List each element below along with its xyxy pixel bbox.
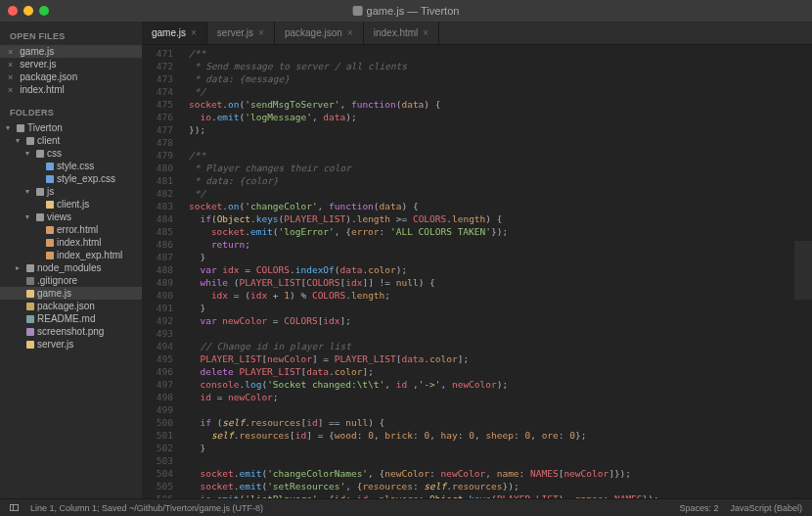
tree-item-label: style_exp.css bbox=[57, 173, 115, 184]
window-minimize-button[interactable] bbox=[23, 6, 33, 16]
folder-tree-file[interactable]: package.json bbox=[0, 300, 142, 312]
js-icon bbox=[26, 341, 34, 349]
window-title-text: game.js — Tiverton bbox=[367, 5, 460, 17]
tab-label: server.js bbox=[217, 27, 253, 38]
open-files-header: OPEN FILES bbox=[0, 27, 142, 45]
folder-tree-file[interactable]: style.css bbox=[0, 160, 142, 172]
folder-icon bbox=[36, 213, 44, 221]
html-icon bbox=[46, 239, 54, 247]
folder-tree-folder[interactable]: ▾js bbox=[0, 185, 142, 198]
disclosure-icon[interactable]: ▾ bbox=[25, 212, 33, 221]
folder-icon bbox=[36, 150, 44, 158]
disclosure-icon[interactable]: ▾ bbox=[25, 187, 33, 196]
open-file-item[interactable]: ×server.js bbox=[0, 58, 142, 70]
tree-item-label: .gitignore bbox=[37, 275, 77, 286]
tree-item-label: package.json bbox=[37, 301, 95, 311]
folder-tree-folder[interactable]: ▾Tiverton bbox=[0, 121, 142, 134]
open-file-item[interactable]: ×package.json bbox=[0, 70, 142, 83]
panel-toggle-icon[interactable] bbox=[10, 504, 19, 511]
html-icon bbox=[46, 252, 54, 259]
close-icon[interactable]: × bbox=[191, 27, 197, 38]
js-icon bbox=[26, 290, 34, 298]
close-icon[interactable]: × bbox=[258, 27, 264, 38]
disclosure-icon[interactable]: ▾ bbox=[25, 149, 33, 158]
css-icon bbox=[46, 175, 54, 183]
folder-tree-file[interactable]: index.html bbox=[0, 236, 142, 249]
window-maximize-button[interactable] bbox=[39, 6, 49, 16]
json-icon bbox=[26, 303, 34, 310]
folder-tree-folder[interactable]: ▾css bbox=[0, 147, 142, 160]
tree-item-label: client.js bbox=[57, 199, 89, 210]
folder-icon bbox=[36, 188, 44, 196]
tab-label: package.json bbox=[285, 27, 342, 38]
window-close-button[interactable] bbox=[8, 6, 18, 16]
tree-item-label: node_modules bbox=[37, 262, 102, 273]
html-icon bbox=[46, 226, 54, 234]
window-title: game.js — Tiverton bbox=[353, 5, 460, 17]
folder-tree-file[interactable]: game.js bbox=[0, 287, 142, 300]
folders-header: FOLDERS bbox=[0, 104, 142, 121]
status-cursor-info[interactable]: Line 1, Column 1; Saved ~/Github/Tiverto… bbox=[30, 503, 263, 513]
open-file-item[interactable]: ×game.js bbox=[0, 45, 142, 58]
editor-tab[interactable]: package.json× bbox=[275, 22, 364, 44]
traffic-lights bbox=[8, 6, 49, 16]
folder-tree-file[interactable]: error.html bbox=[0, 223, 142, 236]
file-label: package.json bbox=[20, 71, 77, 82]
line-number-gutter: 471 472 473 474 475 476 477 478 479 480 … bbox=[142, 45, 181, 498]
folder-tree-file[interactable]: README.md bbox=[0, 312, 142, 325]
editor-tab[interactable]: server.js× bbox=[207, 22, 275, 44]
tree-item-label: views bbox=[47, 211, 71, 222]
editor-tab[interactable]: index.html× bbox=[364, 22, 439, 44]
status-indent[interactable]: Spaces: 2 bbox=[679, 503, 718, 513]
tree-item-label: game.js bbox=[37, 288, 71, 299]
tab-label: index.html bbox=[374, 27, 419, 38]
folder-tree-file[interactable]: index_exp.html bbox=[0, 249, 142, 261]
folder-tree-file[interactable]: .gitignore bbox=[0, 274, 142, 287]
close-icon[interactable]: × bbox=[8, 72, 13, 82]
tree-item-label: Tiverton bbox=[27, 122, 63, 133]
tree-item-label: screenshot.png bbox=[37, 326, 104, 337]
folder-icon bbox=[17, 124, 24, 132]
close-icon[interactable]: × bbox=[347, 27, 353, 38]
img-icon bbox=[26, 328, 34, 336]
file-label: index.html bbox=[20, 84, 65, 95]
folder-tree-folder[interactable]: ▾views bbox=[0, 211, 142, 223]
tree-item-label: client bbox=[37, 135, 60, 146]
folder-tree-file[interactable]: style_exp.css bbox=[0, 172, 142, 185]
minimap-thumb[interactable] bbox=[794, 241, 812, 300]
status-language[interactable]: JavaScript (Babel) bbox=[730, 503, 802, 513]
folder-tree-file[interactable]: client.js bbox=[0, 198, 142, 211]
file-icon bbox=[353, 6, 363, 16]
folder-tree-file[interactable]: server.js bbox=[0, 338, 142, 351]
tree-item-label: error.html bbox=[57, 224, 98, 235]
close-icon[interactable]: × bbox=[423, 27, 429, 38]
status-bar: Line 1, Column 1; Saved ~/Github/Tiverto… bbox=[0, 498, 812, 516]
file-label: server.js bbox=[20, 59, 56, 70]
js-icon bbox=[46, 201, 54, 209]
tree-item-label: js bbox=[47, 186, 54, 197]
close-icon[interactable]: × bbox=[8, 85, 13, 95]
open-file-item[interactable]: ×index.html bbox=[0, 83, 142, 96]
close-icon[interactable]: × bbox=[8, 60, 13, 70]
folder-icon bbox=[26, 137, 34, 145]
git-icon bbox=[26, 277, 34, 285]
tree-item-label: server.js bbox=[37, 339, 73, 350]
editor-tab[interactable]: game.js× bbox=[142, 22, 207, 44]
tree-item-label: index.html bbox=[57, 237, 102, 248]
md-icon bbox=[26, 315, 34, 323]
editor-area: game.js×server.js×package.json×index.htm… bbox=[142, 22, 812, 498]
minimap[interactable] bbox=[794, 45, 812, 498]
close-icon[interactable]: × bbox=[8, 47, 13, 57]
tab-label: game.js bbox=[152, 27, 186, 38]
code-content[interactable]: /** * Send message to server / all clien… bbox=[181, 45, 794, 498]
tree-item-label: index_exp.html bbox=[57, 250, 122, 260]
folder-tree-folder[interactable]: ▾client bbox=[0, 134, 142, 147]
disclosure-icon[interactable]: ▾ bbox=[16, 136, 23, 145]
disclosure-icon[interactable]: ▾ bbox=[6, 123, 14, 132]
folder-tree-file[interactable]: screenshot.png bbox=[0, 325, 142, 338]
disclosure-icon[interactable]: ▸ bbox=[16, 263, 23, 272]
tree-item-label: css bbox=[47, 148, 62, 159]
sidebar: OPEN FILES ×game.js×server.js×package.js… bbox=[0, 22, 142, 498]
tab-bar: game.js×server.js×package.json×index.htm… bbox=[142, 22, 812, 45]
folder-tree-folder[interactable]: ▸node_modules bbox=[0, 261, 142, 274]
